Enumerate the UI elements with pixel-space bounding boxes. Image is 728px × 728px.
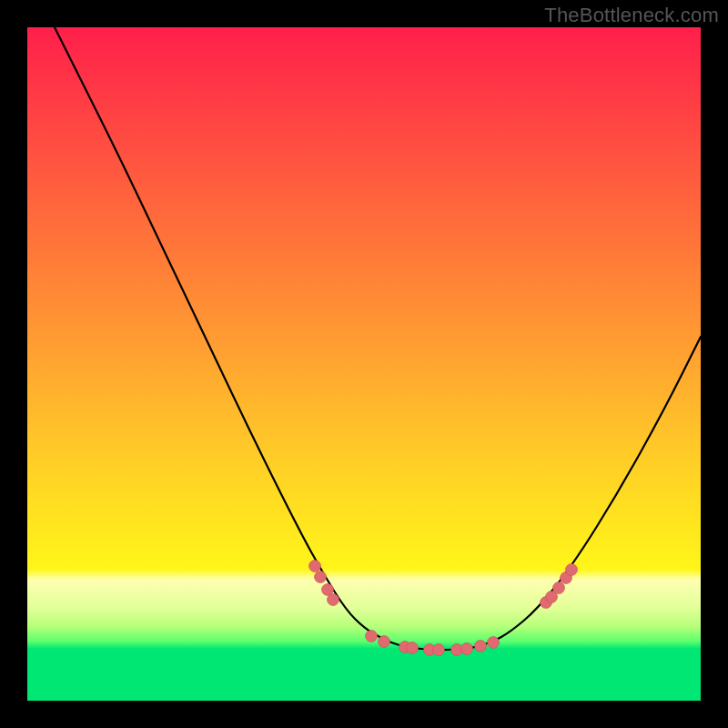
- chart-frame: TheBottleneck.com: [0, 0, 728, 728]
- watermark-text: TheBottleneck.com: [544, 4, 719, 27]
- curve-layer: [27, 27, 701, 701]
- highlight-dot: [433, 644, 445, 656]
- highlight-dot: [566, 564, 578, 576]
- highlight-dot: [309, 561, 321, 572]
- highlight-dot: [379, 636, 390, 648]
- highlight-dot: [407, 642, 419, 654]
- highlight-dot: [315, 571, 327, 583]
- highlight-dot: [461, 643, 473, 655]
- plot-area: [27, 27, 701, 701]
- highlight-dot: [488, 637, 500, 649]
- highlight-dot: [328, 594, 339, 606]
- bottleneck-curve: [55, 27, 701, 650]
- highlight-dot: [475, 641, 487, 652]
- highlight-dot: [366, 631, 378, 642]
- highlight-dot: [553, 582, 565, 594]
